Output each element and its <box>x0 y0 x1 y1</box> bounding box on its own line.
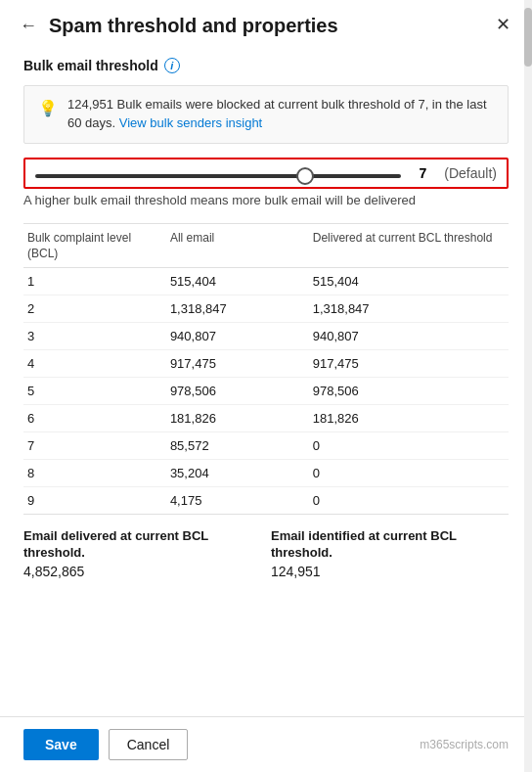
summary-identified-label: Email identified at current BCL threshol… <box>271 528 509 562</box>
cell-delivered: 0 <box>309 493 509 508</box>
cell-delivered: 978,506 <box>309 384 509 398</box>
cell-bcl: 1 <box>23 274 166 289</box>
cell-delivered: 917,475 <box>309 356 509 371</box>
cell-all-email: 85,572 <box>166 438 309 453</box>
summary-delivered-value: 4,852,865 <box>23 564 261 579</box>
close-button[interactable]: ✕ <box>490 12 516 37</box>
cell-all-email: 1,318,847 <box>166 301 309 316</box>
slider-container <box>35 165 401 181</box>
info-icon[interactable]: i <box>164 58 180 73</box>
cell-all-email: 917,475 <box>166 356 309 371</box>
cell-bcl: 5 <box>23 384 166 398</box>
cell-bcl: 9 <box>23 493 166 508</box>
cell-all-email: 181,826 <box>166 411 309 426</box>
cell-all-email: 4,175 <box>166 493 309 508</box>
cell-delivered: 1,318,847 <box>309 301 509 316</box>
watermark: m365scripts.com <box>420 738 509 751</box>
col-header-bcl: Bulk complaint level (BCL) <box>23 230 166 261</box>
panel-footer: Save Cancel m365scripts.com <box>0 716 532 772</box>
table-row: 4917,475917,475 <box>23 350 509 378</box>
panel-content: Bulk email threshold i 💡 124,951 Bulk em… <box>0 46 532 716</box>
summary-row: Email delivered at current BCL threshold… <box>23 514 509 587</box>
cell-all-email: 978,506 <box>166 384 309 398</box>
cell-delivered: 0 <box>309 438 509 453</box>
bulk-email-section-label: Bulk email threshold i <box>23 58 509 73</box>
page-title: Spam threshold and properties <box>49 15 338 37</box>
summary-identified-value: 124,951 <box>271 564 509 579</box>
table-row: 1515,404515,404 <box>23 268 509 295</box>
cell-all-email: 940,807 <box>166 329 309 343</box>
view-bulk-senders-link[interactable]: View bulk senders insight <box>119 115 262 130</box>
bulk-threshold-slider[interactable] <box>35 174 401 178</box>
cell-all-email: 35,204 <box>166 466 309 480</box>
table-header-row: Bulk complaint level (BCL) All email Del… <box>23 224 509 268</box>
cancel-button[interactable]: Cancel <box>109 729 189 760</box>
table-row: 835,2040 <box>23 460 509 487</box>
cell-bcl: 7 <box>23 438 166 453</box>
panel: ← Spam threshold and properties ✕ Bulk e… <box>0 0 532 772</box>
slider-value: 7 <box>415 165 430 181</box>
table-row: 785,5720 <box>23 432 509 460</box>
cell-bcl: 8 <box>23 466 166 480</box>
info-text: 124,951 Bulk emails were blocked at curr… <box>67 96 494 133</box>
summary-delivered-label: Email delivered at current BCL threshold… <box>23 528 261 562</box>
table-rows-container: 1515,404515,40421,318,8471,318,8473940,8… <box>23 268 509 514</box>
table-row: 94,1750 <box>23 487 509 514</box>
cell-bcl: 3 <box>23 329 166 343</box>
cell-delivered: 940,807 <box>309 329 509 343</box>
slider-default-label: (Default) <box>444 165 497 181</box>
col-header-all-email: All email <box>166 230 309 261</box>
table-row: 21,318,8471,318,847 <box>23 295 509 323</box>
bulk-email-label: Bulk email threshold <box>23 58 158 73</box>
scrollbar-thumb[interactable] <box>524 8 532 67</box>
cell-all-email: 515,404 <box>166 274 309 289</box>
scrollbar-track[interactable] <box>524 0 532 772</box>
slider-hint: A higher bulk email threshold means more… <box>23 193 509 207</box>
table-row: 3940,807940,807 <box>23 323 509 350</box>
bcl-table: Bulk complaint level (BCL) All email Del… <box>23 223 509 514</box>
cell-delivered: 181,826 <box>309 411 509 426</box>
summary-identified: Email identified at current BCL threshol… <box>271 528 509 579</box>
col-header-delivered: Delivered at current BCL threshold <box>309 230 509 261</box>
summary-delivered: Email delivered at current BCL threshold… <box>23 528 261 579</box>
back-button[interactable]: ← <box>16 14 41 38</box>
slider-row: 7 (Default) <box>23 158 509 189</box>
table-row: 6181,826181,826 <box>23 405 509 432</box>
cell-delivered: 0 <box>309 466 509 480</box>
cell-bcl: 6 <box>23 411 166 426</box>
table-row: 5978,506978,506 <box>23 378 509 405</box>
info-box: 💡 124,951 Bulk emails were blocked at cu… <box>23 85 509 144</box>
lightbulb-icon: 💡 <box>38 97 58 119</box>
panel-header: ← Spam threshold and properties ✕ <box>0 0 532 46</box>
footer-buttons: Save Cancel <box>23 729 188 760</box>
cell-delivered: 515,404 <box>309 274 509 289</box>
cell-bcl: 2 <box>23 301 166 316</box>
cell-bcl: 4 <box>23 356 166 371</box>
save-button[interactable]: Save <box>23 729 99 760</box>
